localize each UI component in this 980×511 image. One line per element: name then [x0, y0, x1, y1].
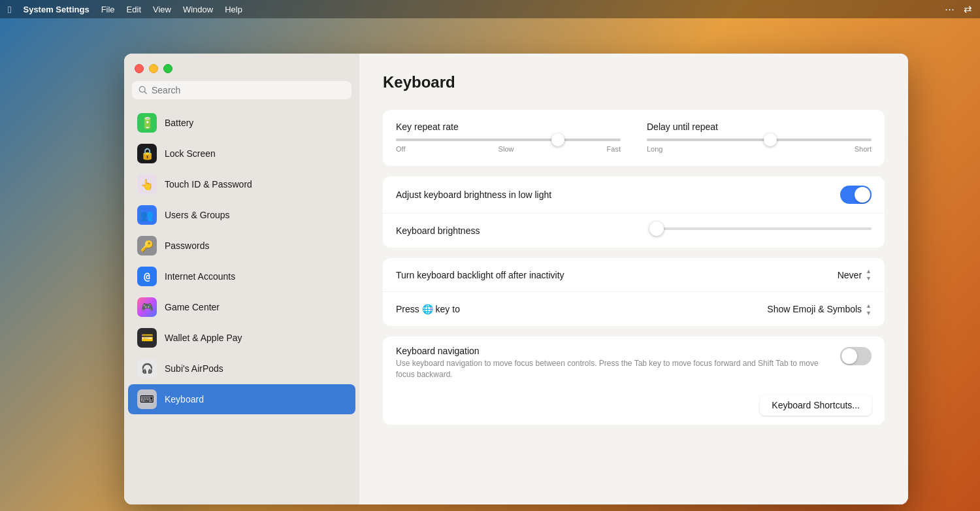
touch-id-icon: 👆 — [137, 174, 157, 194]
adjust-brightness-toggle[interactable] — [840, 186, 872, 204]
search-icon — [139, 86, 148, 95]
press-key-value: Show Emoji & Symbols — [767, 304, 862, 314]
backlight-value: Never — [838, 270, 862, 280]
sliders-section: Key repeat rate Off Slow Fast Delay unti… — [383, 110, 885, 166]
sidebar-label-lock-screen: Lock Screen — [165, 148, 216, 159]
page-title: Keyboard — [383, 73, 885, 91]
sliders-grid: Key repeat rate Off Slow Fast Delay unti… — [396, 122, 872, 153]
keyboard-brightness-thumb — [649, 222, 664, 236]
sidebar-item-game-center[interactable]: 🎮 Game Center — [128, 292, 355, 322]
svg-line-1 — [144, 91, 146, 93]
sidebar-label-internet-accounts: Internet Accounts — [165, 271, 235, 282]
sidebar-item-wallet[interactable]: 💳 Wallet & Apple Pay — [128, 323, 355, 353]
press-key-label: Press 🌐 key to — [396, 304, 767, 314]
sidebar-label-keyboard: Keyboard — [165, 394, 204, 404]
wallet-icon: 💳 — [137, 328, 157, 348]
keyboard-shortcuts-button[interactable]: Keyboard Shortcuts... — [760, 395, 872, 416]
keyboard-nav-sublabel: Use keyboard navigation to move focus be… — [396, 358, 827, 380]
sidebar-label-wallet: Wallet & Apple Pay — [165, 333, 242, 343]
repeat-rate-off-label: Off — [396, 145, 405, 153]
key-repeat-rate-label: Key repeat rate — [396, 122, 621, 132]
menubar-help[interactable]: Help — [225, 5, 242, 14]
press-key-dropdown[interactable]: Show Emoji & Symbols ▲ ▼ — [767, 303, 872, 316]
backlight-stepper-arrows: ▲ ▼ — [866, 268, 872, 282]
menubar-edit[interactable]: Edit — [127, 5, 141, 14]
repeat-rate-fast-label: Fast — [607, 145, 621, 153]
adjust-brightness-row: Adjust keyboard brightness in low light — [383, 176, 885, 214]
keyboard-nav-card: Keyboard navigation Use keyboard navigat… — [383, 337, 885, 425]
sidebar-label-battery: Battery — [165, 118, 193, 128]
press-key-stepper-arrows: ▲ ▼ — [866, 303, 872, 316]
backlight-row: Turn keyboard backlight off after inacti… — [383, 258, 885, 292]
backlight-dropdown[interactable]: Never ▲ ▼ — [838, 268, 872, 282]
maximize-button[interactable] — [163, 64, 172, 73]
keyboard-nav-text: Keyboard navigation Use keyboard navigat… — [396, 346, 827, 380]
delay-until-repeat-group: Delay until repeat Long Short — [647, 122, 872, 153]
sidebar-scroll: 🔋 Battery 🔒 Lock Screen 👆 Touch ID & Pas… — [124, 107, 359, 504]
sidebar-item-airpods[interactable]: 🎧 Subi's AirPods — [128, 354, 355, 384]
menubar-app-name[interactable]: System Settings — [23, 5, 89, 14]
sidebar-item-passwords[interactable]: 🔑 Passwords — [128, 231, 355, 261]
search-input[interactable] — [152, 85, 345, 95]
sidebar-item-internet-accounts[interactable]: @ Internet Accounts — [128, 261, 355, 291]
adjust-brightness-label: Adjust keyboard brightness in low light — [396, 190, 840, 200]
system-settings-window: 🔋 Battery 🔒 Lock Screen 👆 Touch ID & Pas… — [124, 54, 908, 504]
menubar-file[interactable]: File — [101, 5, 115, 14]
sidebar-label-touch-id: Touch ID & Password — [165, 179, 252, 190]
delay-until-repeat-slider[interactable] — [647, 139, 872, 141]
sidebar-label-passwords: Passwords — [165, 240, 209, 251]
wifi-icon[interactable]: ⇄ — [964, 3, 972, 15]
delay-short-label: Short — [855, 145, 872, 153]
keyboard-brightness-label: Keyboard brightness — [396, 225, 649, 236]
keyboard-nav-row: Keyboard navigation Use keyboard navigat… — [383, 337, 885, 389]
menubar:  System Settings File Edit View Window … — [0, 0, 980, 18]
sidebar: 🔋 Battery 🔒 Lock Screen 👆 Touch ID & Pas… — [124, 54, 359, 504]
delay-until-repeat-labels: Long Short — [647, 145, 872, 153]
sidebar-item-users-groups[interactable]: 👥 Users & Groups — [128, 200, 355, 230]
sidebar-label-airpods: Subi's AirPods — [165, 363, 223, 374]
keyboard-nav-toggle[interactable] — [840, 347, 872, 365]
sidebar-label-users-groups: Users & Groups — [165, 210, 230, 220]
main-content: Keyboard Key repeat rate Off Slow Fast — [359, 54, 908, 504]
internet-accounts-icon: @ — [137, 267, 157, 286]
sidebar-item-lock-screen[interactable]: 🔒 Lock Screen — [128, 139, 355, 169]
battery-icon: 🔋 — [137, 113, 157, 133]
lock-screen-icon: 🔒 — [137, 144, 157, 163]
passwords-icon: 🔑 — [137, 236, 157, 256]
keyboard-icon: ⌨ — [137, 389, 157, 409]
sidebar-label-game-center: Game Center — [165, 302, 220, 312]
brightness-card: Adjust keyboard brightness in low light … — [383, 176, 885, 248]
window-controls — [124, 54, 359, 81]
shortcuts-btn-row: Keyboard Shortcuts... — [383, 389, 885, 425]
press-key-row: Press 🌐 key to Show Emoji & Symbols ▲ ▼ — [383, 292, 885, 326]
keyboard-brightness-slider[interactable] — [649, 227, 872, 230]
sidebar-item-touch-id[interactable]: 👆 Touch ID & Password — [128, 169, 355, 199]
keyboard-brightness-row: Keyboard brightness — [383, 214, 885, 248]
key-repeat-rate-group: Key repeat rate Off Slow Fast — [396, 122, 621, 153]
backlight-card: Turn keyboard backlight off after inacti… — [383, 258, 885, 326]
menubar-window[interactable]: Window — [183, 5, 213, 14]
menubar-view[interactable]: View — [153, 5, 171, 14]
keyboard-nav-label: Keyboard navigation — [396, 346, 827, 356]
close-button[interactable] — [135, 64, 144, 73]
minimize-button[interactable] — [149, 64, 158, 73]
control-center-icon[interactable]: ⋯ — [945, 3, 955, 15]
game-center-icon: 🎮 — [137, 297, 157, 317]
keyboard-brightness-slider-wrapper — [649, 227, 872, 234]
delay-until-repeat-label: Delay until repeat — [647, 122, 872, 132]
keyboard-nav-toggle-knob — [841, 348, 857, 364]
backlight-label: Turn keyboard backlight off after inacti… — [396, 270, 838, 280]
airpods-icon: 🎧 — [137, 359, 157, 378]
apple-menu-icon[interactable]:  — [8, 4, 11, 15]
sidebar-item-battery[interactable]: 🔋 Battery — [128, 108, 355, 138]
delay-long-label: Long — [647, 145, 662, 153]
repeat-rate-slow-label: Slow — [498, 145, 514, 153]
menubar-right-icons: ⋯ ⇄ — [945, 3, 972, 15]
key-repeat-rate-slider[interactable] — [396, 139, 621, 141]
adjust-brightness-toggle-knob — [855, 187, 870, 203]
key-repeat-rate-labels: Off Slow Fast — [396, 145, 621, 153]
users-groups-icon: 👥 — [137, 205, 157, 225]
sidebar-item-keyboard[interactable]: ⌨ Keyboard — [128, 384, 355, 414]
search-bar[interactable] — [132, 81, 351, 99]
